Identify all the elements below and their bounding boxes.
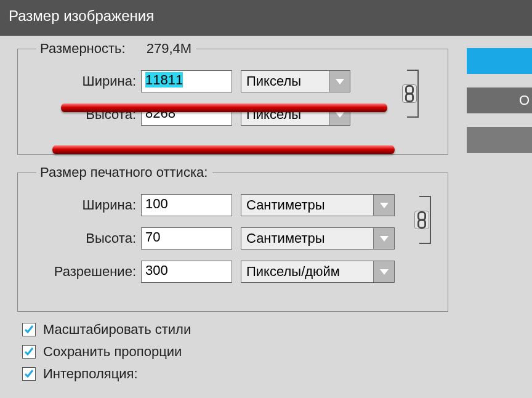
checkbox-icon <box>22 367 36 381</box>
chevron-down-icon <box>373 195 394 216</box>
pixel-height-value: 8268 <box>145 105 175 121</box>
print-width-row: Ширина: 100 Сантиметры <box>30 194 435 216</box>
keep-ratio-checkbox[interactable]: Сохранить пропорции <box>22 344 521 360</box>
pixel-height-unit-label: Пикселы <box>241 105 329 124</box>
interpolation-checkbox[interactable]: Интерполяция: <box>22 366 521 382</box>
pixel-width-row: Ширина: 11811 Пикселы <box>30 70 435 92</box>
print-height-unit-dropdown[interactable]: Сантиметры <box>241 227 395 250</box>
annotation-underline-2 <box>52 145 395 154</box>
dialog-panel: О Размерность: 279,4M Ширина: 11811 Пикс… <box>0 36 532 398</box>
ok-button[interactable] <box>467 48 532 74</box>
side-buttons: О <box>467 48 532 166</box>
svg-rect-1 <box>406 94 413 102</box>
resolution-label: Разрешение: <box>30 264 141 280</box>
pixel-dimensions-group: Размерность: 279,4M Ширина: 11811 Пиксел… <box>17 41 448 155</box>
resolution-row: Разрешение: 300 Пикселы/дюйм <box>30 261 435 283</box>
pixel-height-input[interactable]: 8268 <box>141 104 232 126</box>
pixel-width-value: 11811 <box>145 72 183 87</box>
pixel-dimensions-size: 279,4M <box>147 41 191 56</box>
auto-button[interactable] <box>467 127 532 153</box>
print-width-label: Ширина: <box>30 197 141 213</box>
print-height-input[interactable]: 70 <box>141 227 232 250</box>
scale-styles-checkbox[interactable]: Масштабировать стили <box>22 322 521 338</box>
pixel-width-input[interactable]: 11811 <box>141 70 232 92</box>
print-width-unit-dropdown[interactable]: Сантиметры <box>241 194 395 216</box>
scale-styles-label: Масштабировать стили <box>43 322 191 338</box>
interpolation-label: Интерполяция: <box>43 366 138 382</box>
chain-link-icon[interactable] <box>414 211 429 229</box>
keep-ratio-label: Сохранить пропорции <box>43 344 182 360</box>
print-height-label: Высота: <box>30 230 141 246</box>
pixel-width-unit-label: Пикселы <box>241 72 329 91</box>
chevron-down-icon <box>329 71 350 92</box>
pixel-width-unit-dropdown[interactable]: Пикселы <box>241 70 350 92</box>
print-size-legend: Размер печатного оттиска: <box>36 164 212 181</box>
resolution-unit-dropdown[interactable]: Пикселы/дюйм <box>241 261 395 283</box>
chevron-down-icon <box>329 104 350 125</box>
chevron-down-icon <box>373 261 394 282</box>
print-width-value: 100 <box>145 196 168 211</box>
resolution-unit-label: Пикселы/дюйм <box>241 262 373 281</box>
chevron-down-icon <box>373 228 394 249</box>
pixel-width-label: Ширина: <box>30 73 141 89</box>
resolution-input[interactable]: 300 <box>141 261 232 283</box>
pixel-dimensions-legend-text: Размерность: <box>40 41 126 56</box>
chain-link-icon[interactable] <box>402 84 417 103</box>
print-height-value: 70 <box>145 229 160 245</box>
checkbox-icon <box>22 323 36 336</box>
cancel-button[interactable]: О <box>467 87 532 113</box>
pixel-height-unit-dropdown[interactable]: Пикселы <box>241 104 350 126</box>
window-title: Размер изображения <box>0 0 532 36</box>
resolution-value: 300 <box>145 262 168 278</box>
pixel-height-row: Высота: 8268 Пикселы <box>30 104 435 126</box>
print-size-group: Размер печатного оттиска: Ширина: 100 Са… <box>17 164 448 312</box>
print-height-row: Высота: 70 Сантиметры <box>30 227 435 250</box>
pixel-dimensions-legend: Размерность: 279,4M <box>36 41 196 57</box>
svg-rect-3 <box>418 220 425 228</box>
svg-rect-2 <box>418 212 425 220</box>
print-width-unit-label: Сантиметры <box>241 196 373 214</box>
checkbox-icon <box>22 345 36 359</box>
pixel-height-label: Высота: <box>30 107 141 123</box>
print-height-unit-label: Сантиметры <box>241 229 373 248</box>
print-width-input[interactable]: 100 <box>141 194 232 216</box>
svg-rect-0 <box>406 86 413 94</box>
